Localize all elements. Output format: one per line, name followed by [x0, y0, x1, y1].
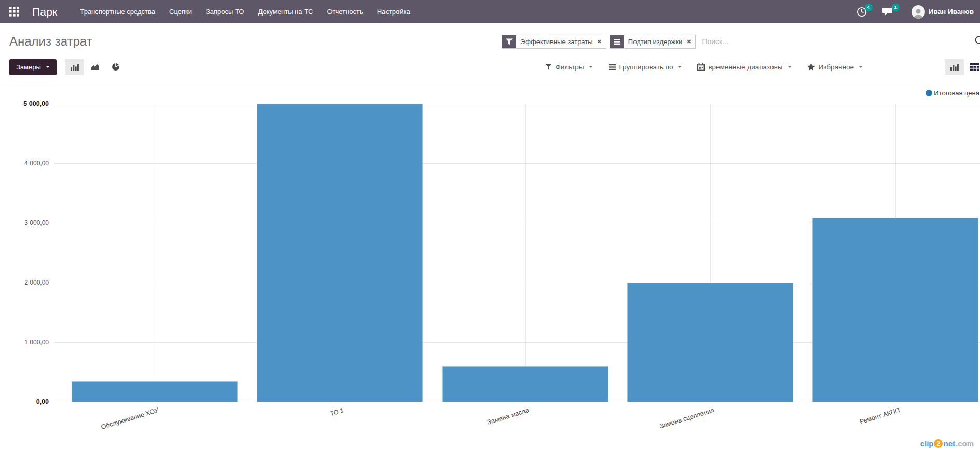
y-tick-label: 2 000,00	[0, 279, 49, 286]
horizontal-gridline	[54, 163, 980, 164]
message-badge: 1	[892, 4, 900, 11]
watermark-two: 2	[934, 439, 943, 448]
chart-type-switcher	[65, 59, 126, 75]
group-by-icon	[610, 35, 624, 48]
messages-button[interactable]: 1	[882, 7, 894, 17]
top-navbar: Парк Транспортные средства Сцепки Запрос…	[0, 0, 980, 23]
calendar-icon	[697, 63, 705, 71]
activities-button[interactable]: 4	[857, 7, 867, 17]
filters-dropdown[interactable]: Фильтры	[545, 63, 593, 71]
x-axis-label: Замена масла	[487, 406, 530, 426]
facet-remove-button[interactable]: ✕	[597, 35, 606, 48]
time-ranges-label: временные диапазоны	[708, 63, 782, 71]
filters-label: Фильтры	[556, 63, 584, 71]
pivot-view-button[interactable]	[965, 59, 980, 75]
bar-3[interactable]	[442, 366, 608, 402]
vertical-gridline	[525, 104, 526, 402]
pie-chart-type-button[interactable]	[106, 59, 126, 75]
pivot-view-icon	[970, 63, 979, 71]
watermark-net: net	[943, 439, 955, 448]
person-icon	[912, 7, 924, 19]
bar-chart-icon	[950, 63, 959, 71]
graph-view-button[interactable]	[945, 59, 964, 75]
caret-down-icon	[859, 66, 863, 68]
user-name: Иван Иванов	[929, 8, 974, 16]
x-axis-label: Обслуживание ХОУ	[100, 406, 159, 431]
bar-1[interactable]	[72, 381, 238, 402]
clip2net-watermark[interactable]: clip 2 net .com	[920, 439, 974, 448]
search-facet-groupby: Подтип издержки ✕	[610, 35, 696, 49]
bar-chart-icon	[70, 63, 79, 71]
search-options: Фильтры Группировать по временные ди	[545, 63, 863, 71]
measures-label: Замеры	[16, 63, 41, 71]
x-axis-label: ТО 1	[329, 406, 344, 417]
menu-vehicles[interactable]: Транспортные средства	[80, 8, 155, 16]
watermark-com: .com	[956, 439, 974, 448]
menu-vehicle-documents[interactable]: Документы на ТС	[258, 8, 313, 16]
facet-remove-button[interactable]: ✕	[686, 35, 695, 48]
apps-grid-glyph	[9, 7, 19, 17]
y-tick-label: 5 000,00	[0, 100, 49, 107]
y-tick-label: 3 000,00	[0, 219, 49, 227]
favorites-dropdown[interactable]: Избранное	[807, 63, 863, 71]
search-bar: Эффективные затраты ✕ Подтип издержки ✕	[502, 35, 980, 49]
legend-item[interactable]: Итоговая цена	[926, 89, 979, 97]
measures-button[interactable]: Замеры	[9, 59, 57, 75]
group-by-icon	[609, 64, 616, 70]
bar-2[interactable]	[257, 104, 423, 402]
menu-service-requests[interactable]: Запросы ТО	[206, 8, 244, 16]
y-tick-label: 4 000,00	[0, 160, 49, 167]
group-by-label: Группировать по	[619, 63, 673, 71]
page-title: Анализ затрат	[9, 34, 92, 49]
bar-4[interactable]	[627, 283, 793, 402]
filter-icon	[502, 35, 516, 48]
bar-5[interactable]	[812, 218, 978, 402]
star-icon	[807, 63, 815, 71]
facet-label: Эффективные затраты	[516, 35, 597, 48]
vertical-gridline	[155, 104, 155, 402]
main-menu: Транспортные средства Сцепки Запросы ТО …	[80, 8, 410, 16]
view-switcher	[945, 59, 980, 75]
app-brand[interactable]: Парк	[32, 6, 57, 18]
horizontal-gridline	[54, 104, 980, 104]
watermark-clip: clip	[920, 439, 934, 448]
search-icon[interactable]	[974, 35, 980, 48]
search-input[interactable]	[699, 35, 974, 48]
caret-down-icon	[788, 66, 792, 68]
y-tick-label: 1 000,00	[0, 339, 49, 346]
horizontal-gridline	[54, 402, 980, 402]
group-by-dropdown[interactable]: Группировать по	[609, 63, 682, 71]
x-axis-label: Ремонт АКПП	[859, 406, 901, 426]
x-axis-label: Замена сцепления	[659, 406, 715, 430]
filter-icon	[545, 64, 552, 70]
caret-down-icon	[46, 66, 50, 68]
caret-down-icon	[678, 66, 682, 68]
legend-dot	[926, 90, 932, 96]
user-menu[interactable]: Иван Иванов	[912, 5, 974, 19]
legend-label: Итоговая цена	[934, 89, 979, 97]
time-ranges-dropdown[interactable]: временные диапазоны	[697, 63, 791, 71]
menu-reporting[interactable]: Отчетность	[327, 8, 363, 16]
area-chart-icon	[91, 63, 100, 71]
avatar	[912, 5, 925, 19]
activity-badge: 4	[865, 4, 873, 11]
favorites-label: Избранное	[819, 63, 854, 71]
menu-couplings[interactable]: Сцепки	[169, 8, 192, 16]
menu-settings[interactable]: Настройка	[377, 8, 410, 16]
y-tick-label: 0,00	[0, 398, 49, 405]
area-chart-type-button[interactable]	[86, 59, 105, 75]
navbar-right: 4 1 Иван Иванов	[857, 5, 974, 19]
apps-grid-icon[interactable]	[7, 5, 21, 19]
facet-label: Подтип издержки	[624, 35, 686, 48]
bar-chart-type-button[interactable]	[65, 59, 84, 75]
control-panel: Анализ затрат Эффективные затраты ✕ Подт…	[0, 23, 980, 85]
pie-chart-icon	[112, 63, 120, 71]
search-facet-filter: Эффективные затраты ✕	[502, 35, 606, 49]
caret-down-icon	[589, 66, 593, 68]
cost-analysis-chart: 0,001 000,002 000,003 000,004 000,005 00…	[0, 85, 980, 450]
